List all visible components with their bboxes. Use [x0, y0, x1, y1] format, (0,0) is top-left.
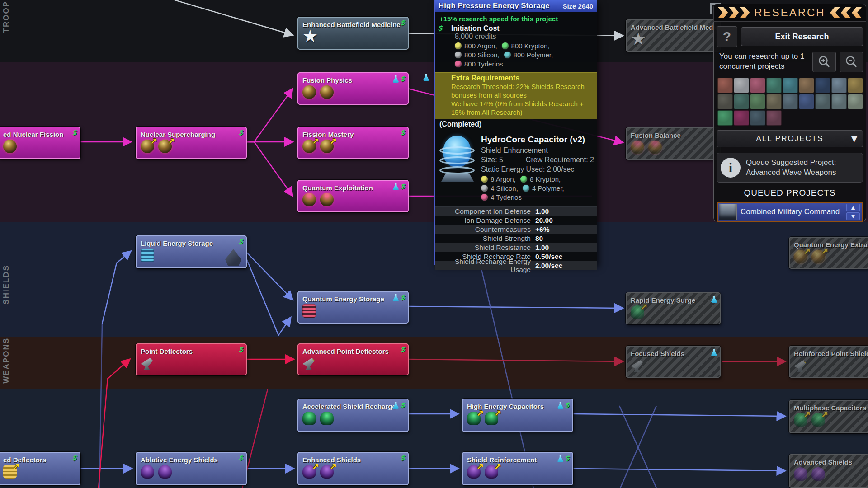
extra-requirement-line: 15% from All Research) [451, 108, 592, 117]
research-node-ed-nuclear-fission[interactable]: ed Nuclear Fission$ [0, 127, 80, 159]
research-node-advanced-battlefield-medic[interactable]: Advanced Battlefield Medic★ [626, 19, 721, 52]
tooltip-header: High Pressure Energy Storage Size 2640 [435, 0, 597, 12]
ring-icon[interactable] [783, 78, 798, 93]
cargo-icon[interactable] [783, 94, 798, 109]
research-node-liquid-energy-storage[interactable]: Liquid Energy Storage$ [136, 235, 247, 268]
research-speed-bonus: +15% research speed for this project [435, 12, 597, 23]
research-node-multiphase-capacitors[interactable]: Multiphase Capacitors↗↗ [789, 400, 868, 433]
electronics-icon[interactable] [734, 94, 749, 109]
research-node-shield-reinforcement[interactable]: Shield Reinforcement$↗↗ [462, 452, 573, 485]
shield-icon: ↗ [302, 465, 316, 479]
research-node-advanced-point-deflectors[interactable]: Advanced Point Deflectors$↗ [297, 343, 409, 375]
zoom-in-button[interactable] [812, 52, 836, 72]
hangar-icon[interactable] [799, 94, 814, 109]
research-node-point-deflectors[interactable]: Point Deflectors$ [136, 343, 247, 375]
credits-icon: $ [401, 347, 406, 353]
star-icon: ★ [631, 33, 644, 46]
lab-flask-icon [557, 402, 563, 409]
node-label: Reinforced Point Shields [790, 347, 868, 357]
research-node-ablative-energy-shields[interactable]: Ablative Energy Shields$ [136, 452, 247, 485]
research-node-reinforced-point-shields[interactable]: Reinforced Point Shields↗ [789, 346, 868, 378]
resource-dot-icon [455, 42, 462, 49]
stat-row-ion-damage-defense: Ion Damage Defense20.00 [435, 216, 597, 225]
stat-value: 80 [531, 235, 543, 243]
research-node-rapid-energy-surge[interactable]: Rapid Energy Surge↗ [626, 292, 721, 324]
resource-dot-icon [523, 185, 529, 192]
move-down-button[interactable]: ▼ [846, 212, 860, 220]
component-stats-table: Component Ion Defense1.00Ion Damage Defe… [435, 206, 597, 270]
mech-icon[interactable] [717, 94, 733, 109]
suggest-line1: Queue Suggested Project: [746, 158, 836, 168]
upgrade-arrow-icon: ↗ [168, 136, 175, 146]
upgrade-arrow-icon: ↗ [330, 136, 337, 146]
info-icon: i [721, 158, 741, 178]
research-node-nuclear-supercharging[interactable]: Nuclear Supercharging$↗↗ [136, 127, 247, 159]
shield-icon: ↗ [485, 465, 498, 479]
zoom-in-icon [817, 55, 831, 69]
creature-icon[interactable] [750, 110, 765, 126]
research-node-enhanced-shields[interactable]: Enhanced Shields$↗↗ [297, 452, 409, 485]
radar-icon[interactable] [815, 78, 830, 93]
biology-icon[interactable] [750, 94, 765, 109]
sensor-icon[interactable] [815, 94, 830, 109]
research-node-high-energy-capacitors[interactable]: High Energy Capacitors$↗↗ [462, 399, 573, 432]
research-node-fission-mastery[interactable]: Fission Mastery$↗↗ [297, 127, 409, 159]
resource-800-polymer: 800 Polymer, [504, 51, 553, 59]
troops-icon[interactable] [750, 78, 765, 93]
research-panel: RESEARCH ? Exit Research You can researc… [713, 4, 866, 221]
stat-row-component-ion-defense: Component Ion Defense1.00 [435, 207, 597, 216]
zoom-out-button[interactable] [840, 52, 863, 72]
all-projects-dropdown[interactable]: ALL PROJECTS ▼ [717, 130, 863, 147]
upgrade-arrow-icon: ↗ [13, 461, 20, 471]
helmet-icon[interactable] [766, 78, 782, 93]
research-node-ed-deflectors[interactable]: ed Deflectors$↗ [0, 452, 80, 485]
queue-suggested-project-button[interactable]: i Queue Suggested Project: Advanced Wave… [717, 153, 863, 183]
stat-value: 2.00/sec [531, 262, 562, 270]
reactor-icon: ↗ [158, 140, 172, 153]
queued-project-item[interactable]: Combined Military Command ▲ ▼ [717, 202, 863, 222]
research-node-fusion-physics[interactable]: Fusion Physics$ [297, 72, 409, 105]
resource-dot-icon [481, 185, 488, 192]
resource-800-argon: 800 Argon, [455, 42, 497, 50]
stat-label: Shield Recharge Energy Usage [435, 258, 531, 274]
resource-800-krypton: 800 Krypton, [502, 42, 550, 50]
resource-4-tyderios: 4 Tyderios [481, 193, 522, 201]
connector-blue [572, 469, 784, 471]
lab-flask-icon [393, 75, 399, 83]
armor-icon[interactable] [831, 78, 847, 93]
research-node-quantum-exploitation[interactable]: Quantum Exploitation$ [297, 180, 409, 212]
lab-flask-icon [557, 455, 563, 462]
flags-icon[interactable] [848, 94, 863, 109]
pipes-icon[interactable] [848, 78, 863, 93]
missile-icon[interactable] [799, 78, 814, 93]
stat-row-countermeasures: Countermeasures+6% [435, 225, 597, 234]
component-size-crew: Size: 5 Crew Requirement: 2 [481, 155, 594, 164]
research-node-advanced-shields[interactable]: Advanced Shields [789, 454, 868, 488]
crystal-icon[interactable] [766, 110, 782, 126]
component-resources: 8 Argon,8 Krypton,4 Silicon,4 Polymer,4 … [481, 174, 594, 202]
research-node-quantum-energy-storage[interactable]: Quantum Energy Storage$ [297, 291, 409, 324]
credits-icon: $ [401, 295, 406, 301]
credits-icon: $ [401, 183, 406, 190]
weapon-icon[interactable] [717, 78, 733, 93]
resource-dot-icon [504, 52, 511, 58]
research-node-fusion-balance[interactable]: Fusion Balance [626, 127, 721, 160]
construction-icon[interactable] [831, 94, 847, 109]
exit-research-button[interactable]: Exit Research [741, 27, 863, 46]
chevrons-left-icon [718, 7, 750, 18]
concurrent-projects-text: You can research up to 1 concurrent proj… [717, 52, 805, 72]
reactor-icon: ↗ [302, 140, 316, 153]
vortex-icon[interactable] [734, 110, 749, 126]
all-projects-label: ALL PROJECTS [756, 134, 823, 143]
extra-requirement-line: Research Threshold: 22% Shields Research [451, 82, 592, 91]
move-up-button[interactable]: ▲ [846, 204, 860, 211]
message-icon[interactable] [734, 78, 749, 93]
research-node-quantum-energy-extract[interactable]: Quantum Energy Extract↗↗ [789, 237, 868, 269]
node-label: Quantum Energy Extract [790, 238, 868, 249]
fighter-icon[interactable] [717, 110, 733, 126]
research-node-enhanced-battlefield-medicine[interactable]: Enhanced Battlefield Medicine$★ [297, 17, 409, 50]
help-button[interactable]: ? [717, 26, 737, 47]
research-node-focused-shields[interactable]: Focused Shields [626, 346, 721, 378]
engine-icon[interactable] [766, 94, 782, 109]
research-node-accelerated-shield-recharge[interactable]: Accelerated Shield Recharge$ [297, 399, 409, 432]
